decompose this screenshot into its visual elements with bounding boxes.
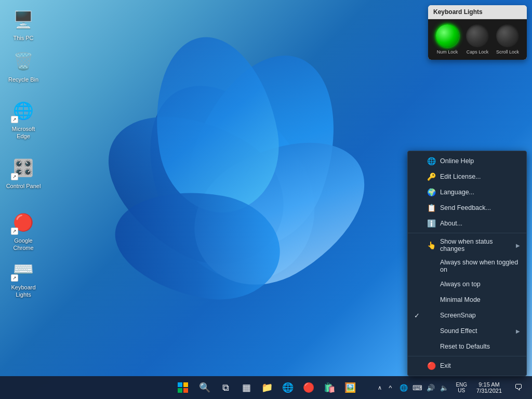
light-label-num-lock: Num Lock <box>437 49 458 55</box>
chevron-up-icon: ∧ <box>378 384 382 391</box>
menu-item-always-show-when-toggled[interactable]: Always show when toggled on <box>408 256 526 276</box>
tray-icon-network[interactable]: 🌐 <box>397 379 410 396</box>
menu-label-always-on-top: Always on top <box>440 281 481 288</box>
taskbar-emoji-chrome-taskbar: 🔴 <box>303 382 314 393</box>
menu-label-always-show-when-toggled: Always show when toggled on <box>440 259 520 273</box>
menu-item-edit-license[interactable]: 🔑Edit License... <box>408 169 526 184</box>
menu-icon-always-on-top <box>427 280 436 289</box>
menu-item-exit[interactable]: 🔴Exit <box>408 358 526 374</box>
menu-item-send-feedback[interactable]: 📋Send Feedback... <box>408 200 526 216</box>
context-menu: 🌐Online Help🔑Edit License...🌍Language...… <box>407 151 527 376</box>
desktop-icon-control-panel[interactable]: 🎛️↗Control Panel <box>3 153 44 192</box>
menu-icon-online-help: 🌐 <box>427 156 436 166</box>
taskbar-icon-edge-taskbar[interactable]: 🌐 <box>278 378 297 397</box>
shortcut-arrow-icon: ↗ <box>11 274 18 282</box>
tray-icon-audio[interactable]: 🔊 <box>424 379 437 396</box>
system-tray: ∧^🌐⌨🔊🔈 <box>377 376 450 399</box>
taskbar-icon-search[interactable]: 🔍 <box>195 378 214 397</box>
start-button[interactable] <box>172 377 193 398</box>
tray-icon-chevron[interactable]: ^ <box>384 379 396 396</box>
shortcut-arrow-icon: ↗ <box>11 116 18 123</box>
icon-label-control-panel: Control Panel <box>6 182 41 190</box>
language-text: ENG <box>456 382 467 388</box>
windows-logo-icon <box>177 381 189 394</box>
light-item-scroll-lock: Scroll Lock <box>496 24 519 55</box>
menu-label-screensnap: ScreenSnap <box>440 312 476 319</box>
widget-title: Keyboard Lights <box>428 5 527 19</box>
tray-emoji-volume: 🔈 <box>440 384 448 392</box>
menu-icon-edit-license: 🔑 <box>427 172 436 181</box>
menu-item-online-help[interactable]: 🌐Online Help <box>408 153 526 169</box>
menu-item-language[interactable]: 🌍Language... <box>408 184 526 200</box>
icon-label-keyboard-lights: Keyboard Lights <box>5 284 42 299</box>
clock-time: 9:15 AM <box>478 381 499 388</box>
icon-label-this-pc: This PC <box>13 34 33 42</box>
svg-rect-3 <box>183 388 188 393</box>
svg-rect-1 <box>183 382 188 387</box>
icon-img-recycle-bin: 🗑️ <box>11 49 36 74</box>
menu-item-reset-to-defaults[interactable]: Reset to Defaults <box>408 339 526 354</box>
icon-label-google-chrome: Google Chrome <box>5 237 42 252</box>
background-decoration <box>52 26 416 379</box>
menu-label-sound-effect: Sound Effect <box>440 327 477 335</box>
desktop-icon-microsoft-edge[interactable]: 🌐↗Microsoft Edge <box>3 96 44 142</box>
menu-item-show-when-status-changes[interactable]: 👆Show when status changes▶ <box>408 235 526 256</box>
taskbar-emoji-store: 🛍️ <box>324 382 335 393</box>
menu-item-screensnap[interactable]: ✓ScreenSnap <box>408 308 526 323</box>
menu-separator <box>408 356 526 356</box>
taskbar-icon-file-explorer[interactable]: 📁 <box>258 378 276 397</box>
desktop-icon-google-chrome[interactable]: 🔴↗Google Chrome <box>3 208 44 254</box>
clock-date: 7/31/2021 <box>476 388 502 394</box>
desktop: 🖥️This PC🗑️Recycle Bin🌐↗Microsoft Edge🎛️… <box>0 0 532 399</box>
light-item-num-lock: Num Lock <box>436 24 459 55</box>
light-circle-num-lock <box>436 24 459 47</box>
taskbar-emoji-file-explorer: 📁 <box>261 382 273 393</box>
taskbar-icon-photos[interactable]: 🖼️ <box>341 378 360 397</box>
tray-emoji-keyboard-lights-tray: ⌨ <box>413 384 422 392</box>
menu-icon-sound-effect <box>427 326 436 336</box>
menu-item-always-on-top[interactable]: Always on top <box>408 276 526 292</box>
menu-item-sound-effect[interactable]: Sound Effect▶ <box>408 323 526 339</box>
tray-emoji-audio: 🔊 <box>427 384 435 392</box>
light-circle-scroll-lock <box>496 24 519 47</box>
light-circle-caps-lock <box>466 24 489 47</box>
menu-icon-show-when-status-changes: 👆 <box>427 241 436 250</box>
menu-label-online-help: Online Help <box>440 157 474 165</box>
tray-chevron-button[interactable]: ∧ <box>377 384 383 391</box>
clock-area[interactable]: 9:15 AM 7/31/2021 <box>472 376 506 399</box>
desktop-icon-keyboard-lights[interactable]: ⌨️↗Keyboard Lights <box>3 255 44 301</box>
shortcut-arrow-icon: ↗ <box>11 173 18 180</box>
notification-button[interactable]: 🗨 <box>509 378 528 397</box>
menu-label-send-feedback: Send Feedback... <box>440 204 491 211</box>
menu-icon-send-feedback: 📋 <box>427 203 436 212</box>
notification-icon: 🗨 <box>514 383 523 392</box>
menu-item-about[interactable]: ℹ️About... <box>408 216 526 231</box>
desktop-icon-this-pc[interactable]: 🖥️This PC <box>3 5 44 44</box>
menu-icon-minimal-mode <box>427 295 436 304</box>
desktop-icon-recycle-bin[interactable]: 🗑️Recycle Bin <box>3 47 44 85</box>
tray-emoji-network: 🌐 <box>400 384 408 392</box>
language-indicator[interactable]: ENG US <box>454 376 469 399</box>
taskbar-icon-widgets[interactable]: ▦ <box>237 378 256 397</box>
taskbar: 🔍⧉▦📁🌐🔴🛍️🖼️ ∧^🌐⌨🔊🔈 ENG US 9:15 AM 7/31/20… <box>0 376 532 399</box>
shortcut-arrow-icon: ↗ <box>11 228 18 235</box>
widget-lights-container: Num LockCaps LockScroll Lock <box>428 19 527 60</box>
menu-check-screensnap: ✓ <box>414 312 422 320</box>
tray-icon-volume[interactable]: 🔈 <box>438 379 450 396</box>
taskbar-icon-task-view[interactable]: ⧉ <box>216 378 235 397</box>
icon-img-google-chrome: 🔴↗ <box>11 210 36 235</box>
menu-label-about: About... <box>440 220 462 227</box>
menu-label-exit: Exit <box>440 362 451 369</box>
taskbar-emoji-photos: 🖼️ <box>344 382 356 393</box>
menu-separator <box>408 233 526 233</box>
menu-item-minimal-mode[interactable]: Minimal Mode <box>408 292 526 308</box>
taskbar-emoji-widgets: ▦ <box>242 382 251 393</box>
taskbar-icon-chrome-taskbar[interactable]: 🔴 <box>299 378 318 397</box>
menu-label-minimal-mode: Minimal Mode <box>440 296 481 303</box>
tray-icon-keyboard-lights-tray[interactable]: ⌨ <box>411 379 423 396</box>
menu-icon-exit: 🔴 <box>427 361 436 370</box>
menu-icon-always-show-when-toggled <box>427 261 436 271</box>
menu-submenu-arrow-show-when-status-changes: ▶ <box>516 243 520 248</box>
icon-img-this-pc: 🖥️ <box>11 7 36 32</box>
taskbar-icon-store[interactable]: 🛍️ <box>320 378 339 397</box>
